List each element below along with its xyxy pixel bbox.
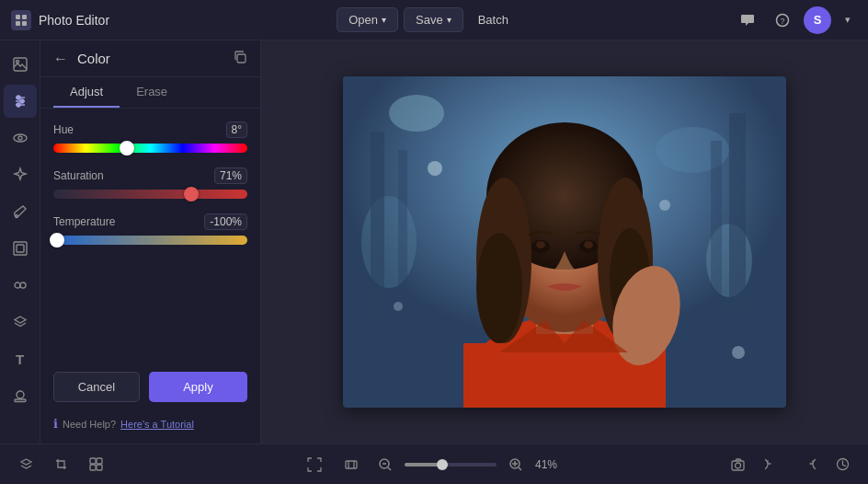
zoom-controls: 41%: [300, 450, 568, 479]
open-button[interactable]: Open ▾: [337, 7, 398, 32]
svg-point-40: [476, 233, 522, 343]
sidebar-item-image[interactable]: [4, 48, 37, 81]
photo-svg: [343, 76, 786, 408]
sidebar-item-adjustments[interactable]: [4, 85, 37, 118]
sidebar-item-brush[interactable]: [4, 195, 37, 228]
tab-erase[interactable]: Erase: [120, 77, 184, 108]
panel-back-button[interactable]: ←: [53, 51, 68, 67]
svg-rect-17: [14, 242, 27, 255]
temperature-slider-group: Temperature -100%: [53, 213, 247, 245]
open-label: Open: [348, 13, 378, 27]
grid-bottom-button[interactable]: [81, 450, 110, 479]
batch-button[interactable]: Batch: [469, 8, 518, 31]
sidebar-item-stamp[interactable]: [4, 379, 37, 412]
actual-size-button[interactable]: [337, 450, 366, 479]
panel-header: ← Color: [40, 40, 260, 77]
header-chevron[interactable]: ▾: [839, 6, 857, 34]
save-button[interactable]: Save ▾: [404, 7, 463, 32]
save-chevron: ▾: [447, 15, 451, 25]
zoom-in-button[interactable]: [504, 453, 528, 477]
logo-icon: [11, 10, 31, 30]
layers-bottom-button[interactable]: [11, 450, 40, 479]
panel-action-buttons: Cancel Apply: [40, 361, 260, 411]
zoom-slider-thumb[interactable]: [437, 459, 448, 470]
saturation-label-row: Saturation 71%: [53, 167, 247, 184]
svg-rect-54: [97, 465, 102, 470]
zoom-out-button[interactable]: [373, 453, 397, 477]
sidebar: T: [0, 40, 40, 444]
temperature-slider-track[interactable]: [53, 236, 247, 245]
cancel-button[interactable]: Cancel: [53, 372, 140, 402]
hue-slider-thumb[interactable]: [120, 141, 134, 156]
header-right-actions: ? S ▾: [734, 6, 857, 34]
avatar[interactable]: S: [804, 6, 831, 34]
main-body: T ← Color Adjust Erase Hue: [0, 40, 868, 444]
svg-rect-53: [90, 465, 96, 470]
svg-point-12: [20, 99, 24, 103]
svg-rect-30: [729, 113, 746, 316]
redo-button[interactable]: [793, 450, 822, 479]
tab-adjust[interactable]: Adjust: [53, 77, 120, 108]
saturation-slider-track[interactable]: [53, 190, 247, 199]
sidebar-item-effects[interactable]: [4, 158, 37, 191]
svg-point-66: [735, 463, 740, 468]
svg-rect-32: [711, 141, 722, 316]
sidebar-item-view[interactable]: [4, 121, 37, 155]
zoom-percentage: 41%: [535, 458, 568, 471]
svg-point-28: [361, 196, 417, 288]
svg-rect-2: [16, 21, 20, 26]
temperature-slider-thumb[interactable]: [50, 233, 64, 248]
hue-slider-track[interactable]: [53, 144, 247, 153]
crop-bottom-button[interactable]: [46, 450, 75, 479]
fit-view-button[interactable]: [300, 450, 329, 479]
help-area: ℹ Need Help? Here's a Tutorial: [40, 411, 260, 444]
svg-rect-29: [371, 132, 384, 316]
svg-point-45: [584, 241, 593, 248]
svg-rect-31: [398, 150, 407, 316]
save-label: Save: [416, 13, 443, 27]
svg-line-64: [519, 467, 521, 470]
temperature-label: Temperature: [53, 215, 115, 228]
svg-rect-23: [237, 54, 246, 63]
app-title: Photo Editor: [39, 13, 109, 28]
svg-point-14: [14, 134, 27, 142]
svg-point-48: [659, 200, 670, 211]
svg-point-20: [20, 282, 26, 288]
info-icon: ℹ: [53, 417, 58, 431]
header: Photo Editor Open ▾ Save ▾ Batch ? S ▾: [0, 0, 868, 40]
history-button[interactable]: [828, 450, 857, 479]
chat-icon-btn[interactable]: [734, 6, 761, 34]
svg-rect-22: [15, 399, 26, 402]
help-icon-btn[interactable]: ?: [769, 6, 796, 34]
svg-rect-55: [346, 461, 357, 468]
svg-rect-18: [17, 245, 24, 252]
sidebar-item-text[interactable]: T: [4, 342, 37, 375]
sidebar-item-frames[interactable]: [4, 232, 37, 265]
snapshot-button[interactable]: [723, 450, 752, 479]
sidebar-item-layers[interactable]: [4, 305, 37, 339]
bottom-left-tools: [11, 450, 110, 479]
saturation-value: 71%: [214, 167, 247, 184]
sidebar-item-group[interactable]: [4, 269, 37, 302]
saturation-slider-thumb[interactable]: [184, 187, 199, 202]
color-panel: ← Color Adjust Erase Hue 8°: [40, 40, 261, 444]
svg-rect-52: [97, 458, 102, 464]
svg-point-47: [428, 161, 442, 176]
panel-content: Hue 8° Saturation 71%: [40, 109, 260, 361]
help-link[interactable]: Here's a Tutorial: [120, 419, 194, 430]
temperature-value: -100%: [204, 213, 247, 230]
avatar-initials: S: [814, 13, 822, 27]
apply-button[interactable]: Apply: [149, 372, 247, 402]
bottom-right-tools: [723, 450, 857, 479]
photo-canvas: [343, 76, 786, 408]
bottom-toolbar: 41%: [0, 444, 868, 484]
undo-button[interactable]: [758, 450, 787, 479]
hue-label-row: Hue 8°: [53, 121, 247, 138]
hue-slider-group: Hue 8°: [53, 121, 247, 153]
zoom-slider[interactable]: [405, 463, 497, 467]
canvas-area: [261, 40, 868, 444]
panel-copy-icon[interactable]: [233, 50, 247, 67]
header-center-actions: Open ▾ Save ▾ Batch: [337, 7, 518, 32]
svg-rect-0: [16, 15, 20, 19]
temperature-label-row: Temperature -100%: [53, 213, 247, 230]
